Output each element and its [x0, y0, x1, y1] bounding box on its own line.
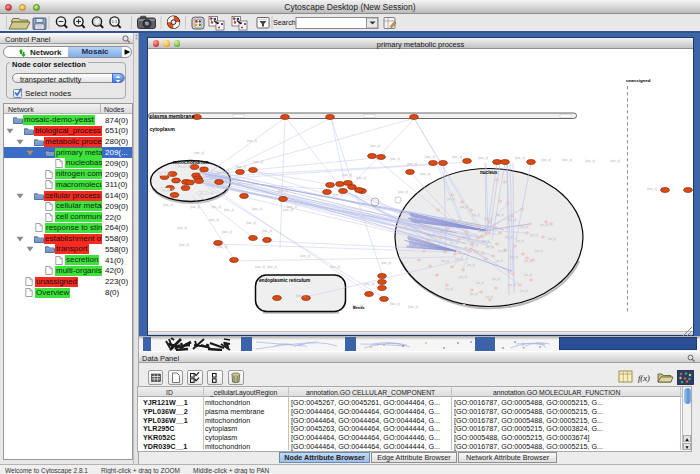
svg-text:(xxx_x): (xxx_x) — [452, 155, 462, 159]
svg-text:(xx_x): (xx_x) — [476, 281, 484, 285]
svg-text:(xx_x): (xx_x) — [548, 237, 556, 241]
svg-text:(xxx_x): (xxx_x) — [425, 155, 435, 159]
svg-text:(xx_x): (xx_x) — [159, 172, 166, 176]
svg-text:(xxx_x): (xxx_x) — [211, 205, 221, 209]
svg-text:(xxx_x): (xxx_x) — [222, 230, 232, 234]
svg-text:(xxx_x): (xxx_x) — [356, 176, 366, 180]
svg-text:(xx_x): (xx_x) — [447, 197, 455, 201]
svg-text:(xxx_x): (xxx_x) — [163, 203, 173, 207]
svg-text:(xxx_x): (xxx_x) — [610, 159, 620, 163]
svg-text:(xx_x): (xx_x) — [440, 229, 448, 233]
svg-text:(xx_x): (xx_x) — [472, 213, 480, 217]
svg-text:(xx_x): (xx_x) — [470, 243, 478, 247]
svg-text:(xxx_x): (xxx_x) — [541, 158, 551, 162]
svg-text:(xx_x): (xx_x) — [462, 235, 470, 239]
svg-text:(xx_x): (xx_x) — [441, 259, 449, 263]
svg-text:(xx_x): (xx_x) — [467, 263, 475, 267]
svg-text:(xxx_x): (xxx_x) — [255, 265, 265, 269]
svg-text:(xxx_x): (xxx_x) — [217, 245, 227, 249]
svg-text:(xx_x): (xx_x) — [524, 259, 532, 263]
svg-text:(xx_x): (xx_x) — [452, 219, 460, 223]
svg-text:(xx_x): (xx_x) — [495, 259, 503, 263]
svg-text:(xxx_x): (xxx_x) — [190, 205, 200, 209]
svg-text:(xxx_x): (xxx_x) — [252, 207, 262, 211]
svg-text:(xxx_x): (xxx_x) — [300, 254, 310, 258]
svg-text:nucleus: nucleus — [480, 170, 498, 175]
svg-text:(xx_x): (xx_x) — [535, 249, 543, 253]
svg-text:(xx_x): (xx_x) — [460, 205, 468, 209]
svg-text:(xx_x): (xx_x) — [162, 188, 169, 192]
svg-text:(xx_x): (xx_x) — [524, 273, 532, 277]
svg-text:(xxx_x): (xxx_x) — [515, 156, 525, 160]
svg-text:(xxx_x): (xxx_x) — [381, 261, 391, 265]
svg-text:(xxx_x): (xxx_x) — [585, 159, 595, 163]
svg-text:(xxx_x): (xxx_x) — [562, 158, 572, 162]
svg-text:endoplasmic reticulum: endoplasmic reticulum — [259, 278, 310, 283]
svg-text:Bends: Bends — [353, 306, 365, 310]
svg-text:(xx_x): (xx_x) — [450, 241, 458, 245]
svg-text:(xxx_x): (xxx_x) — [278, 189, 288, 193]
svg-text:(xxx_x): (xxx_x) — [262, 229, 272, 233]
svg-text:(xxx_x): (xxx_x) — [420, 172, 430, 176]
svg-text:unassigned: unassigned — [626, 78, 651, 83]
svg-text:(xxx_x): (xxx_x) — [267, 265, 277, 269]
svg-text:(xxx_x): (xxx_x) — [253, 160, 263, 164]
svg-text:(xxx_x): (xxx_x) — [370, 144, 380, 148]
svg-text:(xxx_x): (xxx_x) — [246, 221, 256, 225]
svg-text:(xxx_x): (xxx_x) — [224, 208, 234, 212]
svg-text:(xx_x): (xx_x) — [482, 239, 490, 243]
svg-text:(xx_x): (xx_x) — [530, 233, 538, 237]
svg-text:(xx_x): (xx_x) — [484, 217, 492, 221]
svg-text:(xxx_x): (xxx_x) — [247, 139, 257, 143]
svg-text:(xxx_x): (xxx_x) — [408, 305, 418, 309]
svg-text:(xxx_x): (xxx_x) — [179, 243, 189, 247]
svg-text:(xxx_x): (xxx_x) — [647, 187, 657, 191]
svg-text:(xxx_x): (xxx_x) — [177, 226, 187, 230]
svg-text:(xxx_x): (xxx_x) — [330, 265, 340, 269]
svg-text:(xx_x): (xx_x) — [470, 292, 478, 296]
svg-text:(xx_x): (xx_x) — [540, 223, 548, 227]
svg-text:(xx_x): (xx_x) — [485, 295, 493, 299]
svg-text:(xx_x): (xx_x) — [510, 255, 518, 259]
svg-text:(xx_x): (xx_x) — [478, 229, 486, 233]
svg-text:(xxx_x): (xxx_x) — [390, 157, 400, 161]
svg-text:(xx_x): (xx_x) — [445, 287, 453, 291]
svg-text:cytoplasm: cytoplasm — [150, 126, 176, 132]
svg-text:(xxx_x): (xxx_x) — [364, 282, 374, 286]
svg-text:(xx_x): (xx_x) — [520, 289, 528, 293]
svg-text:(xxx_x): (xxx_x) — [407, 162, 417, 166]
svg-text:(xxx_x): (xxx_x) — [236, 165, 246, 169]
svg-text:(xx_x): (xx_x) — [496, 213, 504, 217]
svg-text:(xxx_x): (xxx_x) — [194, 151, 204, 155]
svg-text:(xx_x): (xx_x) — [486, 245, 494, 249]
svg-text:(xx_x): (xx_x) — [455, 257, 463, 261]
svg-text:(xx_x): (xx_x) — [498, 249, 506, 253]
svg-text:(xx_x): (xx_x) — [508, 283, 516, 287]
svg-text:(xx_x): (xx_x) — [178, 164, 185, 168]
svg-text:(xx_x): (xx_x) — [465, 222, 473, 226]
svg-text:(xxx_x): (xxx_x) — [342, 173, 352, 177]
svg-text:(xx_x): (xx_x) — [505, 235, 513, 239]
svg-text:(xxx_x): (xxx_x) — [283, 208, 293, 212]
svg-text:(xx_x): (xx_x) — [520, 225, 528, 229]
svg-text:(xx_x): (xx_x) — [508, 218, 516, 222]
svg-text:plasma membrane: plasma membrane — [150, 113, 195, 119]
svg-text:(xxx_x): (xxx_x) — [296, 294, 306, 298]
svg-text:(xx_x): (xx_x) — [459, 275, 467, 279]
svg-text:(xxx_x): (xxx_x) — [390, 302, 400, 306]
svg-text:(xxx_x): (xxx_x) — [478, 156, 488, 160]
svg-text:(xxx_x): (xxx_x) — [209, 218, 219, 222]
svg-text:(xxx_x): (xxx_x) — [333, 193, 343, 197]
svg-text:(xx_x): (xx_x) — [200, 191, 207, 195]
svg-text:(xx_x): (xx_x) — [427, 233, 435, 237]
svg-text:(xx_x): (xx_x) — [516, 239, 524, 243]
svg-text:f(x): f(x) — [638, 373, 650, 383]
svg-text:(xx_x): (xx_x) — [492, 277, 500, 281]
svg-text:Search:: Search: — [273, 18, 298, 27]
svg-text:(xx_x): (xx_x) — [432, 243, 440, 247]
svg-text:(xxx_x): (xxx_x) — [398, 190, 408, 194]
svg-text:1:1: 1:1 — [112, 19, 118, 24]
